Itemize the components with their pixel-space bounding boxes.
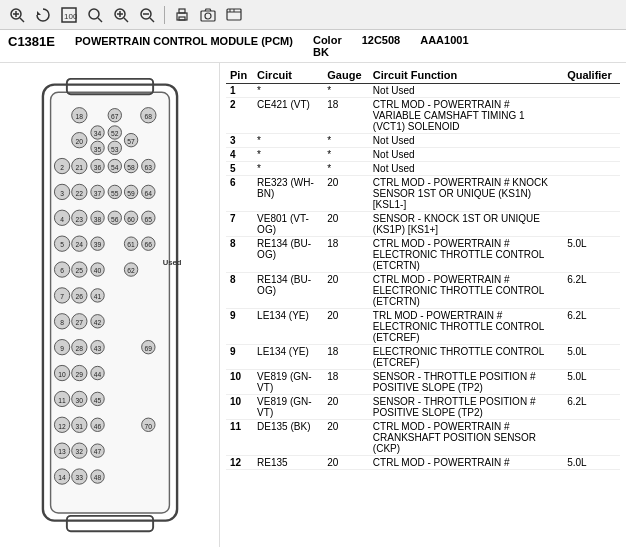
svg-text:59: 59 [127,190,135,197]
svg-text:40: 40 [93,267,101,274]
cell-circuit: LE134 (YE) [253,309,323,345]
zoom-out-button[interactable] [136,4,158,26]
svg-text:67: 67 [111,113,119,120]
connector-diagram: 18 67 20 34 35 52 53 57 68 2 21 36 [0,63,220,547]
svg-text:10: 10 [58,371,66,378]
zoom-in-button[interactable] [6,4,28,26]
table-row: 4**Not Used [226,148,620,162]
pin-table: Pin Circuit Gauge Circuit Function Quali… [226,67,620,470]
cell-pin: 7 [226,212,253,237]
svg-text:8: 8 [60,319,64,326]
cell-qualifier: 5.0L [563,345,620,370]
svg-text:47: 47 [93,449,101,456]
svg-text:3: 3 [60,190,64,197]
print-button[interactable] [171,4,193,26]
svg-line-8 [98,18,102,22]
cell-circuit: VE801 (VT-OG) [253,212,323,237]
part-number: AAA1001 [420,34,468,46]
table-body: 1**Not Used2CE421 (VT)18CTRL MOD - POWER… [226,84,620,470]
cell-function: TRL MOD - POWERTRAIN # ELECTRONIC THROTT… [369,309,563,345]
cell-gauge: * [323,134,369,148]
cell-qualifier: 5.0L [563,456,620,470]
cell-pin: 10 [226,370,253,395]
cell-qualifier [563,98,620,134]
svg-text:2: 2 [60,164,64,171]
svg-text:31: 31 [75,423,83,430]
cell-pin: 9 [226,345,253,370]
svg-text:29: 29 [75,371,83,378]
svg-text:25: 25 [75,267,83,274]
svg-text:39: 39 [93,242,101,249]
table-row: 9LE134 (YE)20TRL MOD - POWERTRAIN # ELEC… [226,309,620,345]
col-header-qualifier: Qualifier [563,67,620,84]
cell-function: CTRL MOD - POWERTRAIN # ELECTRONIC THROT… [369,273,563,309]
cell-function: CTRL MOD - POWERTRAIN # CRANKSHAFT POSIT… [369,420,563,456]
cell-pin: 6 [226,176,253,212]
cell-pin: 3 [226,134,253,148]
cell-function: SENSOR - THROTTLE POSITION # POSITIVE SL… [369,370,563,395]
settings-button[interactable] [223,4,245,26]
svg-text:45: 45 [93,397,101,404]
cell-qualifier: 6.2L [563,309,620,345]
cell-function: CTRL MOD - POWERTRAIN # ELECTRONIC THROT… [369,237,563,273]
cell-qualifier [563,162,620,176]
svg-text:33: 33 [75,474,83,481]
cell-function: Not Used [369,148,563,162]
zoom-in-2-button[interactable] [110,4,132,26]
toolbar: 100 [0,0,626,30]
svg-text:100: 100 [64,12,77,21]
svg-text:21: 21 [75,164,83,171]
svg-text:24: 24 [75,242,83,249]
svg-text:4: 4 [60,216,64,223]
zoom-100-button[interactable]: 100 [58,4,80,26]
svg-text:66: 66 [144,242,152,249]
svg-rect-28 [66,516,152,531]
cell-circuit: RE323 (WH-BN) [253,176,323,212]
svg-text:36: 36 [93,164,101,171]
cell-function: ELECTRONIC THROTTLE CONTROL (ETCREF) [369,345,563,370]
table-row: 7VE801 (VT-OG)20SENSOR - KNOCK 1ST OR UN… [226,212,620,237]
svg-text:27: 27 [75,319,83,326]
table-row: 5**Not Used [226,162,620,176]
camera-button[interactable] [197,4,219,26]
table-row: 2CE421 (VT)18CTRL MOD - POWERTRAIN # VAR… [226,98,620,134]
svg-text:69: 69 [144,345,152,352]
cell-pin: 8 [226,237,253,273]
svg-text:57: 57 [127,138,135,145]
cell-function: Not Used [369,162,563,176]
cell-gauge: 20 [323,212,369,237]
svg-line-14 [150,18,154,22]
svg-text:44: 44 [93,371,101,378]
cell-qualifier: 6.2L [563,273,620,309]
table-row: 11DE135 (BK)20CTRL MOD - POWERTRAIN # CR… [226,420,620,456]
cell-qualifier [563,212,620,237]
cell-qualifier [563,176,620,212]
pin-table-wrapper[interactable]: Pin Circuit Gauge Circuit Function Quali… [220,63,626,547]
svg-text:53: 53 [111,146,119,153]
svg-text:9: 9 [60,345,64,352]
svg-text:54: 54 [111,164,119,171]
main-content: 18 67 20 34 35 52 53 57 68 2 21 36 [0,63,626,547]
table-row: 3**Not Used [226,134,620,148]
svg-text:56: 56 [111,216,119,223]
cell-circuit: * [253,148,323,162]
svg-text:65: 65 [144,216,152,223]
svg-text:68: 68 [144,113,152,120]
cell-pin: 10 [226,395,253,420]
cell-gauge: 20 [323,176,369,212]
cell-pin: 9 [226,309,253,345]
zoom-fit-button[interactable] [84,4,106,26]
svg-text:18: 18 [75,113,83,120]
cell-qualifier [563,84,620,98]
svg-text:55: 55 [111,190,119,197]
cell-gauge: 20 [323,420,369,456]
svg-text:Used: Used [162,258,181,267]
color-heading: Color [313,34,342,46]
cell-function: Not Used [369,84,563,98]
cell-qualifier: 6.2L [563,395,620,420]
cell-function: Not Used [369,134,563,148]
rotate-button[interactable] [32,4,54,26]
svg-text:61: 61 [127,242,135,249]
svg-text:20: 20 [75,138,83,145]
cell-circuit: DE135 (BK) [253,420,323,456]
